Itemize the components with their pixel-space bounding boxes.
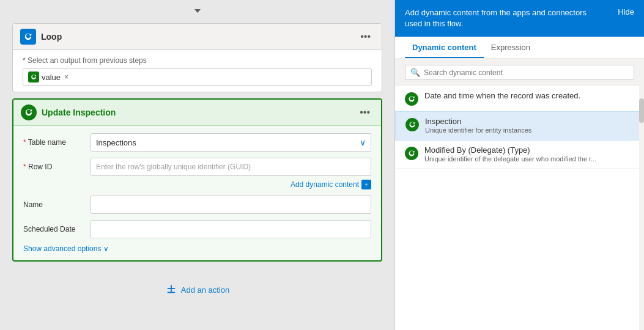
- search-icon: 🔍: [410, 68, 420, 77]
- dynamic-item-svg-2: [408, 150, 415, 157]
- dynamic-item-text-2: Modified By (Delegate) (Type) Unique ide…: [424, 145, 596, 163]
- scheduled-date-input[interactable]: [96, 225, 366, 233]
- add-action-svg-icon: [166, 284, 177, 295]
- update-svg-icon: [24, 108, 33, 117]
- loop-card: Loop ••• * Select an output from previou…: [12, 23, 382, 92]
- loop-svg-icon: [24, 32, 32, 41]
- dynamic-content-header: Add dynamic content from the apps and co…: [395, 0, 644, 37]
- add-action-label: Add an action: [181, 285, 230, 295]
- row-id-input-container[interactable]: [91, 158, 371, 176]
- update-icon: [21, 105, 37, 120]
- search-box: 🔍: [405, 65, 634, 80]
- update-title: Update Inspection: [42, 108, 351, 117]
- name-input[interactable]: [96, 200, 366, 209]
- dropdown-arrow-icon: ∨: [360, 138, 366, 147]
- row-id-label: * Row ID: [23, 163, 84, 171]
- search-row: 🔍: [395, 59, 644, 86]
- dynamic-item-0[interactable]: Date and time when the record was create…: [395, 86, 644, 111]
- update-ellipsis-button[interactable]: •••: [356, 106, 374, 119]
- add-dynamic-link[interactable]: Add dynamic content: [291, 180, 359, 189]
- name-label: Name: [23, 200, 84, 209]
- chevron-down-icon: ∨: [103, 244, 109, 253]
- dynamic-item-svg-1: [409, 121, 416, 128]
- main-container: Loop ••• * Select an output from previou…: [0, 0, 644, 330]
- add-action-icon: [165, 284, 177, 296]
- add-action-button[interactable]: Add an action: [158, 280, 237, 299]
- dynamic-item-icon-0: [405, 92, 418, 106]
- loop-ellipsis-button[interactable]: •••: [357, 30, 374, 43]
- search-input[interactable]: [424, 68, 629, 77]
- dynamic-item-icon-2: [405, 147, 418, 160]
- tab-dynamic-content[interactable]: Dynamic content: [405, 37, 484, 58]
- dynamic-content-description: Add dynamic content from the apps and co…: [405, 7, 601, 29]
- svg-rect-2: [167, 292, 175, 293]
- tabs-row: Dynamic content Expression: [395, 37, 644, 59]
- name-row: Name: [23, 196, 371, 214]
- loop-body: * Select an output from previous steps v…: [13, 50, 382, 92]
- row-id-input[interactable]: [96, 163, 366, 171]
- value-chip: value ×: [28, 72, 68, 82]
- scheduled-date-input-container[interactable]: [91, 220, 371, 238]
- chip-svg-icon: [31, 74, 37, 80]
- chip-close-button[interactable]: ×: [64, 73, 68, 81]
- scheduled-date-row: Scheduled Date: [23, 220, 371, 238]
- add-dynamic-row: Add dynamic content +: [23, 180, 371, 189]
- update-body: * Table name Inspections ∨ * Row ID: [13, 126, 381, 260]
- add-action-container: Add an action: [12, 268, 382, 312]
- dynamic-item-sub-2: Unique identifier of the delegate user w…: [424, 155, 596, 163]
- right-panel: Add dynamic content from the apps and co…: [394, 0, 644, 330]
- required-star-2: *: [23, 163, 28, 171]
- scrollbar-thumb[interactable]: [639, 98, 644, 123]
- chip-icon: [28, 72, 39, 82]
- dynamic-item-sub-1: Unique identifier for entity instances: [425, 126, 531, 134]
- dynamic-item-svg-0: [408, 95, 415, 103]
- required-star: *: [23, 138, 28, 147]
- dynamic-item-title-2: Modified By (Delegate) (Type): [424, 145, 596, 155]
- hide-link[interactable]: Hide: [618, 7, 634, 16]
- value-chip-container: value ×: [23, 68, 372, 86]
- table-name-dropdown[interactable]: Inspections ∨: [91, 133, 371, 152]
- table-name-label: * Table name: [23, 138, 84, 147]
- add-dynamic-icon[interactable]: +: [361, 180, 371, 189]
- update-inspection-card: Update Inspection ••• * Table name Inspe…: [12, 98, 382, 262]
- dynamic-item-1[interactable]: Inspection Unique identifier for entity …: [395, 111, 644, 140]
- tab-expression[interactable]: Expression: [484, 37, 538, 58]
- dynamic-item-title-0: Date and time when the record was create…: [424, 91, 580, 100]
- show-advanced-label: Show advanced options: [23, 244, 101, 253]
- table-name-row: * Table name Inspections ∨: [23, 133, 371, 152]
- chip-text: value: [42, 73, 61, 82]
- loop-icon: [20, 29, 36, 45]
- loop-header: Loop •••: [13, 24, 382, 50]
- name-input-container[interactable]: [91, 196, 371, 214]
- left-panel: Loop ••• * Select an output from previou…: [0, 0, 394, 330]
- dynamic-content-list: Date and time when the record was create…: [395, 86, 644, 330]
- dynamic-item-text-0: Date and time when the record was create…: [424, 91, 580, 100]
- row-id-row: * Row ID: [23, 158, 371, 176]
- dynamic-item-title-1: Inspection: [425, 117, 531, 126]
- dynamic-item-2[interactable]: Modified By (Delegate) (Type) Unique ide…: [395, 141, 644, 169]
- update-header: Update Inspection •••: [13, 100, 381, 126]
- select-label: * Select an output from previous steps: [23, 56, 372, 65]
- svg-rect-1: [171, 285, 172, 293]
- scrollbar-track: [639, 86, 644, 330]
- show-advanced-options[interactable]: Show advanced options ∨: [23, 244, 371, 253]
- dynamic-item-icon-1: [405, 118, 419, 131]
- loop-title: Loop: [41, 32, 352, 42]
- top-arrow-container: [12, 6, 382, 16]
- dynamic-item-text-1: Inspection Unique identifier for entity …: [425, 117, 531, 134]
- scheduled-date-label: Scheduled Date: [23, 225, 84, 233]
- table-name-value: Inspections: [96, 138, 136, 147]
- arrow-down-icon: [193, 6, 202, 16]
